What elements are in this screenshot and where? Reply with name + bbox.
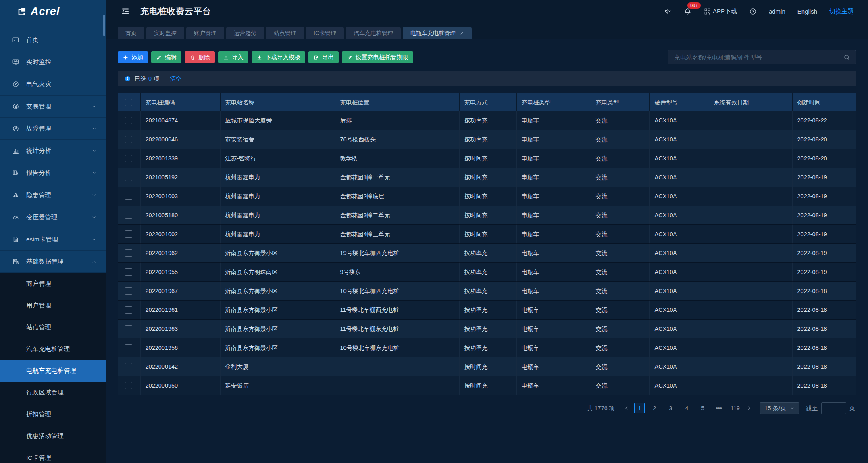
- notification-bell-icon[interactable]: 99+: [684, 8, 691, 15]
- row-checkbox[interactable]: [125, 212, 132, 219]
- tab-close-icon[interactable]: [460, 31, 464, 35]
- add-button[interactable]: 添加: [118, 51, 148, 63]
- sidebar-subitem-merchant-mgmt[interactable]: 商户管理: [0, 273, 106, 295]
- page-number-2[interactable]: 2: [648, 403, 661, 413]
- sidebar-subitem-promo-mgmt[interactable]: 优惠活动管理: [0, 425, 106, 447]
- table-row: 2022001961沂南县东方御景小区11号楼北车棚西充电桩按功率充电瓶车交流A…: [118, 301, 856, 320]
- row-checkbox[interactable]: [125, 363, 132, 370]
- row-checkbox[interactable]: [125, 117, 132, 124]
- language-switch[interactable]: English: [797, 8, 817, 15]
- sidebar-subitem-site-mgmt[interactable]: 站点管理: [0, 316, 106, 338]
- cell-valid_date: [709, 357, 792, 376]
- row-checkbox[interactable]: [125, 268, 132, 276]
- sidebar-item-stats-analysis[interactable]: 统计分析: [0, 140, 106, 162]
- sidebar-item-hazard-mgmt[interactable]: 隐患管理: [0, 184, 106, 206]
- import-button[interactable]: 导入: [218, 51, 248, 63]
- page-number-4[interactable]: 4: [680, 403, 693, 413]
- sidebar-subitem-region-mgmt[interactable]: 行政区域管理: [0, 382, 106, 403]
- sidebar-subitem-car-pile-mgmt[interactable]: 汽车充电桩管理: [0, 338, 106, 360]
- page-number-1[interactable]: 1: [634, 403, 645, 413]
- row-checkbox[interactable]: [125, 287, 132, 295]
- tab-5[interactable]: IC卡管理: [306, 27, 344, 39]
- cell-created: 2022-08-18: [792, 357, 856, 376]
- sidebar-subitem-discount-mgmt[interactable]: 折扣管理: [0, 403, 106, 425]
- page-size-value: 15 条/页: [764, 405, 786, 412]
- row-checkbox[interactable]: [125, 136, 132, 143]
- sidebar-item-electrical-fire[interactable]: 电气火灾: [0, 73, 106, 96]
- row-checkbox[interactable]: [125, 249, 132, 257]
- sidebar-item-base-data-mgmt[interactable]: 基础数据管理: [0, 251, 106, 273]
- page-number-3[interactable]: 3: [664, 403, 677, 413]
- page-size-select[interactable]: 15 条/页: [760, 402, 799, 414]
- tab-4[interactable]: 站点管理: [266, 27, 304, 39]
- tab-0[interactable]: 首页: [118, 27, 144, 39]
- cell-station: 杭州雷霆电力: [220, 168, 335, 187]
- brand-name: Acrel: [31, 5, 60, 18]
- search-input[interactable]: [673, 54, 843, 61]
- page-number-5[interactable]: 5: [696, 403, 709, 413]
- delete-button[interactable]: 删除: [185, 51, 215, 63]
- prev-page-icon[interactable]: [622, 405, 631, 411]
- jump-page-input[interactable]: [821, 402, 846, 414]
- sidebar-item-transaction-mgmt[interactable]: 交易管理: [0, 96, 106, 118]
- row-checkbox[interactable]: [125, 382, 132, 389]
- cell-created: 2022-08-18: [792, 301, 856, 320]
- tab-3[interactable]: 运营趋势: [226, 27, 264, 39]
- sidebar-item-fault-mgmt[interactable]: 故障管理: [0, 118, 106, 140]
- sidebar-scrollbar[interactable]: [103, 15, 105, 36]
- cell-location: 19号楼北车棚西充电桩: [335, 244, 459, 263]
- menu-collapse-icon[interactable]: [121, 7, 130, 16]
- cell-pile_type: 电瓶车: [516, 225, 591, 244]
- cell-valid_date: [709, 149, 792, 168]
- sidebar-item-realtime-monitor[interactable]: 实时监控: [0, 51, 106, 73]
- help-icon[interactable]: [749, 8, 757, 15]
- row-checkbox[interactable]: [125, 230, 132, 238]
- download-tpl-button[interactable]: 下载导入模板: [252, 51, 305, 63]
- row-checkbox[interactable]: [125, 174, 132, 181]
- sidebar-item-esim-card-mgmt[interactable]: esim卡管理: [0, 228, 106, 251]
- row-checkbox[interactable]: [125, 193, 132, 200]
- cell-code: 2021005192: [140, 168, 220, 187]
- theme-switch-link[interactable]: 切换主题: [829, 8, 853, 15]
- cell-pile_type: 电瓶车: [516, 130, 591, 149]
- row-checkbox[interactable]: [125, 344, 132, 351]
- search-icon[interactable]: [843, 54, 850, 61]
- cell-code: 2022001961: [140, 301, 220, 320]
- edit-button[interactable]: 编辑: [151, 51, 181, 63]
- cell-pile_type: 电瓶车: [516, 149, 591, 168]
- row-checkbox[interactable]: [125, 306, 132, 314]
- tab-2[interactable]: 账户管理: [186, 27, 224, 39]
- cell-code: 2022000950: [140, 376, 220, 395]
- cell-method: 按功率充: [459, 338, 516, 357]
- sidebar-subitem-ic-card-mgmt[interactable]: IC卡管理: [0, 447, 106, 463]
- export-button[interactable]: 导出: [308, 51, 339, 63]
- select-all-checkbox[interactable]: [125, 99, 132, 106]
- cell-charge_type: 交流: [591, 376, 649, 395]
- table-row: 2021005180杭州雷霆电力金都花园3幢二单元按时间充电瓶车交流ACX10A…: [118, 206, 856, 225]
- cell-charge_type: 交流: [591, 357, 649, 376]
- tab-active-7[interactable]: 电瓶车充电桩管理: [403, 27, 472, 39]
- cell-location: 金都花园4幢三单元: [335, 225, 459, 244]
- page-number-119[interactable]: 119: [729, 403, 741, 413]
- cell-created: 2022-08-19: [792, 225, 856, 244]
- sidebar-item-home[interactable]: 首页: [0, 29, 106, 51]
- app-download[interactable]: APP下载: [704, 8, 737, 15]
- sim-card-icon: [12, 235, 20, 243]
- sidebar-item-transformer-mgmt[interactable]: 变压器管理: [0, 206, 106, 228]
- sidebar-subitem-user-mgmt[interactable]: 用户管理: [0, 295, 106, 316]
- info-icon: [124, 75, 131, 82]
- report-icon: [12, 169, 20, 177]
- row-checkbox[interactable]: [125, 325, 132, 332]
- row-checkbox[interactable]: [125, 155, 132, 162]
- speaker-mute-icon[interactable]: [664, 8, 672, 15]
- sidebar-item-report-analysis[interactable]: 报告分析: [0, 162, 106, 184]
- sidebar-subitem-ebike-pile-mgmt[interactable]: 电瓶车充电桩管理: [0, 360, 106, 382]
- set-trust-term-button[interactable]: 设置充电桩托管期限: [342, 51, 413, 63]
- user-menu[interactable]: admin: [769, 8, 785, 15]
- tab-1[interactable]: 实时监控: [146, 27, 184, 39]
- page-ellipsis[interactable]: •••: [712, 403, 725, 413]
- clear-selection-link[interactable]: 清空: [170, 75, 182, 83]
- tab-6[interactable]: 汽车充电桩管理: [346, 27, 401, 39]
- next-page-icon[interactable]: [745, 405, 754, 411]
- cell-valid_date: [709, 168, 792, 187]
